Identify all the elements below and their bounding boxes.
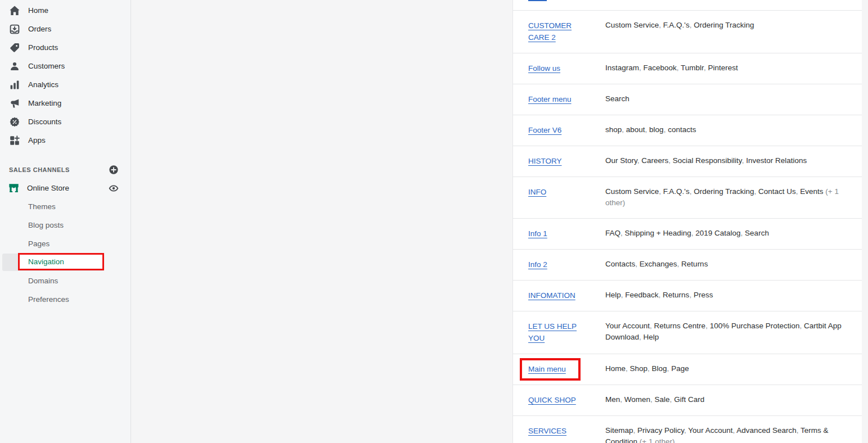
table-row: Follow usInstagram, Facebook, Tumblr, Pi… bbox=[513, 53, 862, 84]
separator: , bbox=[659, 21, 663, 29]
sidebar-item-label: Home bbox=[28, 6, 48, 15]
sidebar-item-pages[interactable]: Pages bbox=[0, 234, 131, 253]
menu-item-name: Shop bbox=[630, 364, 648, 373]
separator: , bbox=[659, 187, 663, 196]
menu-item-name: Home bbox=[605, 364, 626, 373]
separator: , bbox=[800, 322, 804, 330]
menu-items-cell: Search bbox=[605, 93, 846, 105]
menu-title-cell: Info 1 bbox=[528, 228, 587, 239]
sidebar-item-apps[interactable]: Apps bbox=[0, 131, 131, 150]
menu-link-footer-menu[interactable]: Footer menu bbox=[528, 95, 572, 103]
menu-link-info-2[interactable]: Info 2 bbox=[528, 260, 547, 269]
separator: , bbox=[659, 291, 663, 299]
menu-item-name: Ordering Tracking bbox=[694, 21, 754, 29]
menu-link-infomation[interactable]: INFOMATION bbox=[528, 291, 575, 300]
menu-link-main-menu[interactable]: Main menu bbox=[528, 365, 566, 373]
customers-icon bbox=[9, 61, 20, 72]
sidebar-item-orders[interactable]: Orders bbox=[0, 20, 131, 38]
menu-item-name: Men bbox=[605, 395, 620, 404]
table-row: SERVICESSitemap, Privacy Policy, Your Ac… bbox=[513, 415, 862, 443]
menu-item-name: FAQ bbox=[605, 229, 620, 237]
sidebar-item-blog-posts[interactable]: Blog posts bbox=[0, 216, 131, 234]
sidebar-item-label: Products bbox=[28, 43, 58, 52]
menu-link-info[interactable]: INFO bbox=[528, 188, 546, 196]
menu-item-name: Sitemap bbox=[605, 426, 633, 435]
menu-link-let-us-help-you[interactable]: LET US HELP YOU bbox=[528, 322, 577, 342]
table-row: Info 2Contacts, Exchanges, Returns bbox=[513, 249, 862, 280]
menu-item-name: Custom Service bbox=[605, 187, 659, 196]
separator: , bbox=[635, 260, 640, 268]
table-row-cutoff bbox=[513, 0, 862, 10]
plus-circle-icon bbox=[109, 165, 119, 175]
menu-item-name: Ordering Tracking bbox=[694, 187, 754, 196]
menu-link-info-1[interactable]: Info 1 bbox=[528, 229, 547, 238]
menu-title-cell: LET US HELP YOU bbox=[528, 320, 587, 344]
view-store-button[interactable] bbox=[109, 183, 119, 193]
menu-item-name: Returns Centre bbox=[654, 322, 706, 330]
sidebar-item-themes[interactable]: Themes bbox=[0, 197, 131, 216]
separator: , bbox=[622, 125, 626, 134]
sidebar-item-label: Navigation bbox=[28, 257, 64, 266]
sidebar-item-products[interactable]: Products bbox=[0, 38, 131, 57]
menu-title-cell: Main menu bbox=[528, 363, 587, 375]
menu-item-name: Our Story bbox=[605, 156, 637, 165]
table-row: Footer menuSearch bbox=[513, 84, 862, 115]
menu-items-cell: Contacts, Exchanges, Returns bbox=[605, 259, 846, 270]
sidebar-item-preferences[interactable]: Preferences bbox=[0, 290, 131, 309]
menu-link-footer-v6[interactable]: Footer V6 bbox=[528, 126, 561, 134]
sidebar-item-navigation[interactable]: Navigation bbox=[0, 253, 131, 272]
menu-link-customer-care-2[interactable]: CUSTOMER CARE 2 bbox=[528, 21, 572, 42]
menu-title-cell: Info 2 bbox=[528, 259, 587, 270]
menu-item-name: Search bbox=[605, 94, 629, 103]
menu-link-quick-shop[interactable]: QUICK SHOP bbox=[528, 396, 576, 404]
products-tag-icon bbox=[9, 42, 20, 53]
sidebar-item-online-store[interactable]: Online Store bbox=[0, 179, 131, 197]
sidebar-item-home[interactable]: Home bbox=[0, 1, 131, 20]
menu-items-cell: Men, Women, Sale, Gift Card bbox=[605, 394, 846, 405]
cut-off-link-underline[interactable] bbox=[528, 0, 547, 1]
separator: , bbox=[620, 395, 624, 404]
menu-items-cell: Our Story, Careers, Social Responsibilit… bbox=[605, 155, 846, 166]
sidebar-item-customers[interactable]: Customers bbox=[0, 57, 131, 75]
separator: , bbox=[620, 229, 625, 237]
menu-item-name: Exchanges bbox=[640, 260, 677, 268]
sidebar-item-discounts[interactable]: Discounts bbox=[0, 112, 131, 131]
menu-item-name: Page bbox=[671, 364, 689, 373]
menu-items-cell: Sitemap, Privacy Policy, Your Account, A… bbox=[605, 425, 846, 443]
menu-title-cell: SERVICES bbox=[528, 425, 587, 437]
sidebar-item-analytics[interactable]: Analytics bbox=[0, 75, 131, 94]
menu-item-name: contacts bbox=[668, 125, 696, 134]
menu-item-name: Gift Card bbox=[674, 395, 704, 404]
menu-item-name: Advanced Search bbox=[736, 426, 797, 435]
sidebar-item-label: Apps bbox=[28, 136, 46, 144]
sidebar-item-label: Customers bbox=[28, 62, 65, 70]
eye-icon bbox=[109, 183, 119, 193]
menu-item-name: Shipping + Heading bbox=[625, 229, 691, 237]
menu-item-name: Contacts bbox=[605, 260, 635, 268]
sidebar-item-marketing[interactable]: Marketing bbox=[0, 94, 131, 112]
menu-link-history[interactable]: HISTORY bbox=[528, 157, 562, 165]
menu-link-follow-us[interactable]: Follow us bbox=[528, 64, 560, 73]
menu-item-name: Pinterest bbox=[708, 64, 737, 72]
menu-item-name: Help bbox=[644, 333, 659, 341]
menu-title-cell: Footer V6 bbox=[528, 124, 587, 136]
separator: , bbox=[626, 364, 630, 373]
menu-item-name: Events bbox=[800, 187, 823, 196]
menu-item-name: 100% Purchase Protection bbox=[710, 322, 800, 330]
menu-item-name: Facebook bbox=[644, 64, 677, 72]
table-row: LET US HELP YOUYour Account, Returns Cen… bbox=[513, 311, 862, 354]
sidebar-item-label: Themes bbox=[28, 202, 56, 211]
menu-item-name: blog bbox=[649, 125, 664, 134]
sidebar-item-label: Blog posts bbox=[28, 221, 64, 229]
add-sales-channel-button[interactable] bbox=[109, 165, 119, 175]
menu-item-name: F.A.Q.'s bbox=[663, 21, 690, 29]
menu-title-cell: Follow us bbox=[528, 62, 587, 74]
menu-items-cell: shop, about, blog, contacts bbox=[605, 124, 846, 135]
menu-item-name: Returns bbox=[663, 291, 689, 299]
sidebar-item-domains[interactable]: Domains bbox=[0, 272, 131, 290]
menu-link-services[interactable]: SERVICES bbox=[528, 427, 566, 435]
navigation-menus-table: CUSTOMER CARE 2Custom Service, F.A.Q.'s,… bbox=[512, 0, 862, 443]
separator: , bbox=[677, 260, 682, 268]
table-row: CUSTOMER CARE 2Custom Service, F.A.Q.'s,… bbox=[513, 10, 862, 53]
table-row: Main menuHome, Shop, Blog, Page bbox=[513, 354, 862, 385]
